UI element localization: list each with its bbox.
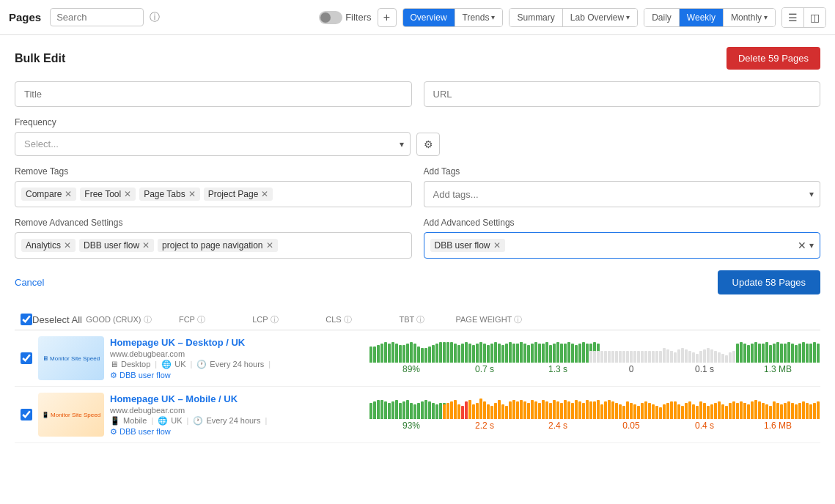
bar-9 (622, 406, 625, 419)
url-input[interactable] (424, 81, 821, 107)
bar-8 (619, 404, 622, 419)
page-tag-row2[interactable]: ⚙ DBB user flow (110, 427, 369, 437)
add-advanced-box[interactable]: DBB user flow ✕ ✕ ▾ (424, 232, 821, 259)
bar-5 (754, 342, 757, 363)
grid-view-btn[interactable]: ◫ (804, 8, 825, 27)
page-title-row2[interactable]: Homepage UK – Mobile / UK (110, 393, 369, 404)
adv-tag-analytics: Analytics ✕ (21, 239, 76, 252)
bar-3 (454, 344, 457, 363)
bar-9 (549, 345, 552, 363)
bar-0 (663, 348, 666, 363)
update-pages-button[interactable]: Update 58 Pages (718, 270, 820, 294)
add-tags-input[interactable] (430, 188, 798, 201)
layout-toggle: ☰ ◫ (781, 7, 826, 28)
bar-13 (637, 406, 640, 419)
trends-tab[interactable]: Trends ▾ (455, 9, 503, 26)
bar-chart-4 (663, 342, 746, 363)
page-thumbnail-row1: 🖥 Monitor Site Speed (38, 336, 104, 380)
bar-15 (791, 344, 794, 363)
add-tags-arrow[interactable]: ▾ (803, 181, 820, 207)
frequency-settings-button[interactable]: ⚙ (416, 133, 440, 156)
bar-15 (571, 403, 574, 419)
deselect-all-label[interactable]: Deselect All (32, 314, 82, 325)
deselect-all-checkbox[interactable] (21, 314, 32, 325)
filter-toggle-switch[interactable] (319, 11, 342, 24)
remove-free-tool-tag[interactable]: ✕ (124, 190, 131, 199)
lcp-info[interactable]: ⓘ (271, 314, 279, 325)
bar-10 (479, 399, 482, 419)
bar-chart-0 (369, 342, 453, 363)
bar-17 (652, 404, 655, 419)
cancel-button[interactable]: Cancel (15, 277, 44, 288)
daily-tab[interactable]: Daily (644, 9, 680, 26)
help-icon[interactable]: ⓘ (150, 11, 160, 24)
col-fcp: FCP ⓘ (155, 314, 229, 325)
frequency-select-arrow[interactable]: ▾ (394, 133, 410, 155)
bar-6 (685, 403, 688, 419)
add-advanced-input[interactable] (509, 240, 814, 251)
metric-cell-5: 1.3 MB (741, 342, 814, 374)
frequency-row: Select... ▾ ⚙ (15, 132, 820, 156)
bar-10 (626, 351, 629, 363)
remove-compare-tag[interactable]: ✕ (65, 190, 72, 199)
remove-tags-section: Remove Tags Compare ✕ Free Tool ✕ Page T… (15, 166, 412, 207)
bar-17 (432, 403, 435, 419)
remove-adv-add-dbb[interactable]: ✕ (493, 241, 501, 250)
bar-5 (681, 348, 684, 363)
add-button[interactable]: + (378, 8, 397, 27)
bar-10 (553, 400, 556, 419)
bar-chart-3 (589, 342, 673, 363)
metric-cell-1: 0.7 s (448, 342, 521, 374)
bar-16 (648, 403, 651, 419)
bar-3 (674, 352, 677, 363)
page-tag-row1[interactable]: ⚙ DBB user flow (110, 371, 369, 380)
list-view-btn[interactable]: ☰ (782, 8, 804, 27)
tbt-info[interactable]: ⓘ (416, 314, 424, 325)
bar-8 (399, 403, 402, 419)
bar-2 (670, 403, 673, 419)
row-checkbox-row1[interactable] (21, 352, 32, 364)
title-input[interactable] (15, 81, 412, 107)
summary-tab[interactable]: Summary (510, 9, 562, 26)
bar-9 (476, 403, 479, 419)
remove-dbb-tag[interactable]: ✕ (142, 241, 150, 250)
delete-pages-button[interactable]: Delete 59 Pages (727, 47, 820, 70)
remove-analytics-tag[interactable]: ✕ (64, 241, 71, 250)
bar-18 (729, 352, 732, 363)
bar-10 (773, 401, 776, 419)
weekly-tab[interactable]: Weekly (680, 9, 724, 26)
bar-9 (769, 406, 772, 419)
search-input[interactable] (56, 12, 137, 23)
page-title-row1[interactable]: Homepage UK – Desktop / UK (110, 337, 369, 348)
good-crux-info[interactable]: ⓘ (144, 314, 152, 325)
remove-page-tabs-tag[interactable]: ✕ (188, 190, 196, 199)
lab-overview-tab[interactable]: Lab Overview ▾ (563, 9, 637, 26)
metric-cell-1: 2.2 s (448, 399, 521, 431)
metric-cell-3: 0.05 (595, 399, 668, 431)
bar-10 (406, 344, 409, 363)
bar-7 (688, 401, 691, 419)
row-checkbox-row2[interactable] (21, 409, 32, 420)
lab-overview-arrow: ▾ (626, 13, 630, 21)
metric-cell-4: 0.1 s (668, 342, 741, 374)
advanced-clear-btn[interactable]: ✕ (798, 240, 806, 251)
remove-project-page-tag[interactable]: ✕ (261, 190, 268, 199)
fcp-info[interactable]: ⓘ (197, 314, 205, 325)
adv-tag-project-nav: project to page navigation ✕ (158, 239, 277, 252)
monthly-tab[interactable]: Monthly ▾ (724, 9, 775, 26)
add-tags-box[interactable] (424, 181, 804, 207)
bar-10 (406, 400, 409, 419)
frequency-select-display[interactable]: Select... (15, 133, 394, 155)
bar-3 (527, 345, 530, 363)
remove-nav-tag[interactable]: ✕ (266, 241, 273, 250)
bar-4 (384, 401, 387, 419)
bar-chart-1 (443, 342, 526, 363)
page-weight-info[interactable]: ⓘ (514, 314, 522, 325)
metric-value-5: 1.3 MB (764, 364, 792, 374)
bar-8 (765, 342, 768, 363)
cls-info[interactable]: ⓘ (344, 314, 352, 325)
bar-12 (707, 348, 710, 363)
advanced-dropdown-arrow[interactable]: ▾ (809, 240, 814, 251)
overview-tab[interactable]: Overview (403, 9, 455, 26)
bar-15 (498, 344, 501, 363)
